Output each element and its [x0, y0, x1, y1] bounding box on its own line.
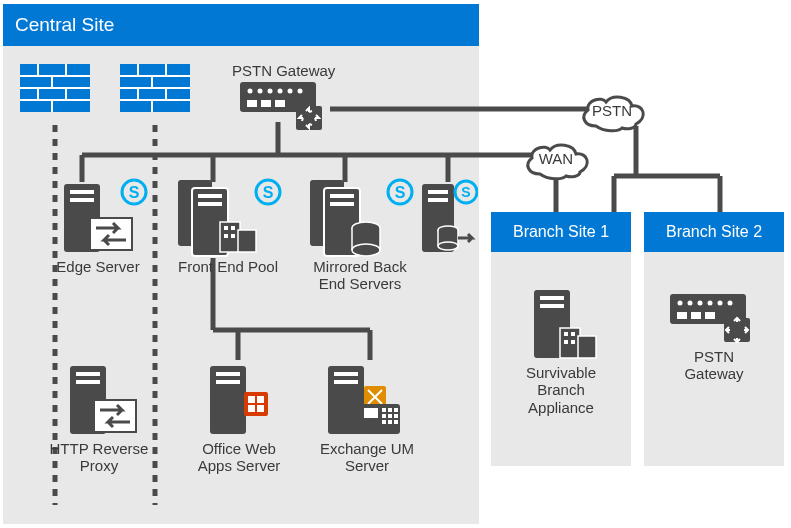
svg-rect-78	[428, 190, 448, 194]
svg-point-126	[718, 301, 723, 306]
svg-rect-99	[334, 380, 358, 384]
svg-text:S: S	[461, 184, 470, 200]
svg-text:S: S	[129, 184, 140, 201]
svg-rect-117	[564, 332, 568, 336]
central-site-header: Central Site	[3, 4, 479, 46]
svg-rect-52	[70, 198, 94, 202]
svg-rect-118	[571, 332, 575, 336]
svg-rect-111	[394, 420, 398, 424]
svg-rect-79	[428, 198, 448, 202]
office-web-apps-node: Office Web Apps Server	[184, 360, 294, 475]
svg-rect-86	[76, 372, 100, 376]
pstn-cloud-label: PSTN	[592, 102, 632, 119]
svg-rect-105	[394, 408, 398, 412]
svg-rect-67	[231, 234, 235, 238]
svg-point-122	[678, 301, 683, 306]
svg-rect-104	[388, 408, 392, 412]
wan-cloud-label: WAN	[536, 150, 576, 167]
svg-rect-116	[578, 336, 596, 358]
svg-rect-120	[571, 340, 575, 344]
svg-rect-103	[382, 408, 386, 412]
svg-rect-113	[540, 296, 564, 300]
svg-rect-115	[560, 328, 580, 358]
svg-rect-55	[90, 218, 132, 250]
branch1-header: Branch Site 1	[491, 212, 631, 252]
svg-rect-88	[94, 400, 136, 432]
svg-rect-96	[257, 405, 264, 412]
svg-rect-63	[238, 230, 256, 252]
branch2-gateway-node: PSTN Gateway	[664, 288, 764, 383]
svg-rect-48	[275, 100, 285, 107]
svg-rect-66	[224, 234, 228, 238]
svg-point-124	[698, 301, 703, 306]
svg-rect-128	[677, 312, 687, 319]
exchange-um-node: Exchange UM Server	[308, 360, 426, 475]
svg-rect-97	[328, 366, 364, 434]
svg-rect-47	[261, 100, 271, 107]
svg-rect-58	[198, 194, 222, 198]
svg-rect-94	[257, 396, 264, 403]
svg-point-84	[438, 242, 458, 250]
svg-point-45	[298, 89, 303, 94]
extra-skype-node: S	[418, 178, 478, 258]
svg-rect-51	[70, 190, 94, 194]
svg-rect-109	[382, 420, 386, 424]
svg-rect-64	[224, 226, 228, 230]
http-reverse-proxy-label: HTTP Reverse Proxy	[40, 440, 158, 475]
svg-rect-65	[231, 226, 235, 230]
svg-rect-46	[247, 100, 257, 107]
http-reverse-proxy-node: HTTP Reverse Proxy	[40, 360, 158, 475]
svg-rect-70	[330, 194, 354, 198]
svg-rect-114	[540, 304, 564, 308]
svg-rect-93	[248, 396, 255, 403]
mirrored-backend-node: S Mirrored Back End Servers	[300, 178, 420, 293]
svg-rect-108	[394, 414, 398, 418]
front-end-pool-label: Front End Pool	[168, 258, 288, 275]
svg-rect-89	[210, 366, 246, 434]
svg-rect-87	[76, 380, 100, 384]
branch2-header: Branch Site 2	[644, 212, 784, 252]
svg-rect-130	[705, 312, 715, 319]
svg-rect-119	[564, 340, 568, 344]
edge-server-node: S Edge Server	[44, 178, 152, 275]
svg-point-41	[258, 89, 263, 94]
pstn-gateway-icon	[240, 82, 324, 132]
pstn-gateway-label: PSTN Gateway	[232, 62, 342, 79]
branch1-title: Branch Site 1	[513, 223, 609, 241]
svg-rect-59	[198, 202, 222, 206]
exchange-um-label: Exchange UM Server	[308, 440, 426, 475]
firewall2-icon	[120, 64, 190, 112]
svg-text:S: S	[395, 184, 406, 201]
front-end-pool-node: S Front End Pool	[168, 178, 288, 275]
edge-server-label: Edge Server	[44, 258, 152, 275]
svg-rect-92	[244, 392, 268, 416]
office-web-apps-label: Office Web Apps Server	[184, 440, 294, 475]
svg-rect-91	[216, 380, 240, 384]
branch1-appliance-label: Survivable Branch Appliance	[506, 364, 616, 416]
svg-rect-71	[330, 202, 354, 206]
svg-rect-102	[364, 408, 378, 418]
svg-point-127	[728, 301, 733, 306]
svg-text:S: S	[263, 184, 274, 201]
branch1-appliance-node: Survivable Branch Appliance	[506, 284, 616, 416]
branch2-gateway-label: PSTN Gateway	[664, 348, 764, 383]
svg-point-42	[268, 89, 273, 94]
central-site-title: Central Site	[15, 14, 114, 36]
svg-rect-107	[388, 414, 392, 418]
svg-point-40	[248, 89, 253, 94]
svg-rect-110	[388, 420, 392, 424]
svg-rect-90	[216, 372, 240, 376]
svg-rect-95	[248, 405, 255, 412]
mirrored-backend-label: Mirrored Back End Servers	[300, 258, 420, 293]
svg-point-123	[688, 301, 693, 306]
svg-point-43	[278, 89, 283, 94]
firewall1-icon	[20, 64, 90, 112]
svg-point-44	[288, 89, 293, 94]
svg-rect-129	[691, 312, 701, 319]
svg-point-125	[708, 301, 713, 306]
svg-rect-106	[382, 414, 386, 418]
svg-point-76	[352, 244, 380, 256]
branch2-title: Branch Site 2	[666, 223, 762, 241]
svg-rect-62	[220, 222, 240, 252]
svg-rect-98	[334, 372, 358, 376]
